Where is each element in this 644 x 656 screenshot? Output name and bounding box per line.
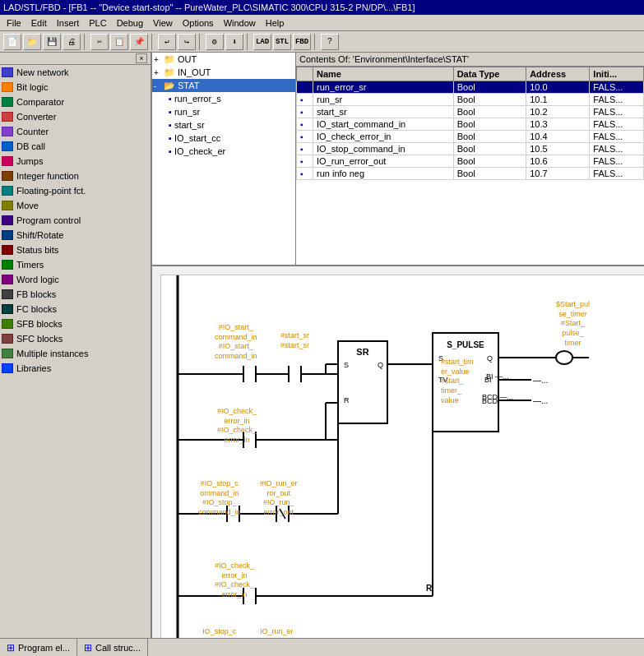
row-icon: ▪ xyxy=(297,118,313,131)
sidebar-item-counter[interactable]: Counter xyxy=(0,124,151,139)
diagram-canvas: SR S R Q S_PULSE S TV xyxy=(160,275,644,638)
menu-options[interactable]: Options xyxy=(178,16,219,30)
stl-button[interactable]: STL xyxy=(273,34,291,50)
status-call-label: Call struc... xyxy=(95,643,141,653)
table-row[interactable]: ▪ IO_run_error_out Bool 10.6 FALS... xyxy=(297,155,644,168)
top-right: + 📁 OUT + 📁 IN_OUT - 📂 STAT xyxy=(152,53,644,266)
tree-label-stat: STAT xyxy=(178,81,199,90)
expand-out[interactable]: + xyxy=(154,55,164,64)
cut-button[interactable]: ✂ xyxy=(90,34,109,50)
compile-button[interactable]: ⚙ xyxy=(206,34,224,50)
sidebar-item-floating-point[interactable]: Floating-point fct. xyxy=(0,183,151,198)
sidebar-item-timers[interactable]: Timers xyxy=(0,257,151,272)
row-icon: ▪ xyxy=(297,155,313,168)
sidebar-item-multiple-instances[interactable]: Multiple instances xyxy=(0,346,151,361)
sidebar-item-program-control[interactable]: Program control xyxy=(0,213,151,228)
sidebar-item-libraries[interactable]: Libraries xyxy=(0,361,151,376)
row-type: Bool xyxy=(453,143,526,155)
tree-item-stat[interactable]: - 📂 STAT xyxy=(152,79,295,92)
menu-file[interactable]: File xyxy=(2,16,26,30)
paste-button[interactable]: 📌 xyxy=(130,34,148,50)
diagram-panel[interactable]: SR S R Q S_PULSE S TV xyxy=(152,266,644,638)
sidebar-item-fb-blocks[interactable]: FB blocks xyxy=(0,287,151,302)
sidebar-item-comparator[interactable]: Comparator xyxy=(0,95,151,109)
row-type: Bool xyxy=(453,131,526,143)
tree-panel[interactable]: + 📁 OUT + 📁 IN_OUT - 📂 STAT xyxy=(152,53,296,265)
row-initial: FALS... xyxy=(590,94,644,106)
help-button[interactable]: ? xyxy=(321,34,339,50)
tree-item-io-check[interactable]: ▪ IO_check_er xyxy=(152,145,295,158)
svg-text:—...: —... xyxy=(533,396,548,405)
menu-help[interactable]: Help xyxy=(261,16,290,30)
open-button[interactable]: 📁 xyxy=(23,34,41,50)
status-bar: ⊞ Program el... ⊞ Call struc... xyxy=(0,638,644,656)
svg-text:Q: Q xyxy=(378,361,383,369)
table-row[interactable]: ▪ IO_stop_command_in Bool 10.5 FALS... xyxy=(297,143,644,155)
sidebar-item-word-logic[interactable]: Word logic xyxy=(0,272,151,287)
table-row[interactable]: ▪ start_sr Bool 10.2 FALS... xyxy=(297,106,644,118)
tree-item-in-out[interactable]: + 📁 IN_OUT xyxy=(152,66,295,79)
status-program-elements[interactable]: ⊞ Program el... xyxy=(0,639,77,656)
table-row[interactable]: ▪ run_error_sr Bool 10.0 FALS... xyxy=(297,81,644,94)
sidebar-item-sfc-blocks[interactable]: SFC blocks xyxy=(0,331,151,346)
sidebar-item-integer-function[interactable]: Integer function xyxy=(0,169,151,183)
content-area: × New network Bit logic Comparator Conve… xyxy=(0,53,644,638)
tree-item-run-sr[interactable]: ▪ run_sr xyxy=(152,105,295,118)
db-call-icon xyxy=(2,141,13,151)
sidebar-item-move[interactable]: Move xyxy=(0,198,151,213)
table-row[interactable]: ▪ IO_check_error_in Bool 10.4 FALS... xyxy=(297,131,644,143)
download-button[interactable]: ⬇ xyxy=(225,34,243,50)
save-button[interactable]: 💾 xyxy=(43,34,61,50)
menu-debug[interactable]: Debug xyxy=(112,16,148,30)
new-network-icon xyxy=(2,67,13,77)
new-button[interactable]: 📄 xyxy=(3,34,21,50)
menu-plc[interactable]: PLC xyxy=(84,16,111,30)
table-row[interactable]: ▪ run_sr Bool 10.1 FALS... xyxy=(297,94,644,106)
menu-window[interactable]: Window xyxy=(219,16,261,30)
call-structure-icon: ⊞ xyxy=(84,642,92,654)
svg-text:SR: SR xyxy=(356,347,368,357)
sidebar-item-sfb-blocks[interactable]: SFB blocks xyxy=(0,316,151,331)
sidebar-label-shift-rotate: Shift/Rotate xyxy=(16,230,63,240)
copy-button[interactable]: 📋 xyxy=(110,34,128,50)
sidebar-label-db-call: DB call xyxy=(16,141,45,151)
sidebar-item-bit-logic[interactable]: Bit logic xyxy=(0,80,151,95)
sidebar-label-word-logic: Word logic xyxy=(16,275,59,284)
sidebar-item-shift-rotate[interactable]: Shift/Rotate xyxy=(0,228,151,243)
sidebar-label-sfb-blocks: SFB blocks xyxy=(16,319,63,329)
col-name: Name xyxy=(313,67,454,81)
expand-stat[interactable]: - xyxy=(154,81,164,90)
tree-item-run-error[interactable]: ▪ run_error_s xyxy=(152,92,295,105)
right-panel: + 📁 OUT + 📁 IN_OUT - 📂 STAT xyxy=(152,53,644,638)
redo-button[interactable]: ↪ xyxy=(178,34,196,50)
print-button[interactable]: 🖨 xyxy=(63,34,81,50)
timers-icon xyxy=(2,260,13,270)
sidebar-close-button[interactable]: × xyxy=(136,53,147,63)
fbd-button[interactable]: FBD xyxy=(293,34,311,50)
col-type: Data Type xyxy=(453,67,526,81)
sidebar-item-new-network[interactable]: New network xyxy=(0,65,151,80)
floating-point-icon xyxy=(2,186,13,196)
menu-view[interactable]: View xyxy=(148,16,178,30)
tree-item-io-start[interactable]: ▪ IO_start_cc xyxy=(152,132,295,145)
undo-button[interactable]: ↩ xyxy=(158,34,176,50)
sidebar-label-move: Move xyxy=(16,201,39,210)
col-icon xyxy=(297,67,313,81)
sidebar-item-converter[interactable]: Converter xyxy=(0,109,151,124)
table-row[interactable]: ▪ run info neg Bool 10.7 FALS... xyxy=(297,168,644,180)
menu-insert[interactable]: Insert xyxy=(52,16,85,30)
program-elements-icon: ⊞ xyxy=(7,642,15,654)
main: × New network Bit logic Comparator Conve… xyxy=(0,53,644,656)
sidebar-item-db-call[interactable]: DB call xyxy=(0,139,151,154)
expand-in-out[interactable]: + xyxy=(154,68,164,77)
table-row[interactable]: ▪ IO_start_command_in Bool 10.3 FALS... xyxy=(297,118,644,131)
tree-label-start-sr: start_sr xyxy=(174,120,205,130)
status-call-structure[interactable]: ⊞ Call struc... xyxy=(77,639,148,656)
tree-item-out[interactable]: + 📁 OUT xyxy=(152,53,295,66)
sidebar-item-fc-blocks[interactable]: FC blocks xyxy=(0,302,151,316)
sidebar-item-jumps[interactable]: Jumps xyxy=(0,154,151,169)
tree-item-start-sr[interactable]: ▪ start_sr xyxy=(152,118,295,132)
lad-button[interactable]: LAD xyxy=(253,34,271,50)
menu-edit[interactable]: Edit xyxy=(26,16,52,30)
sidebar-item-status-bits[interactable]: Status bits xyxy=(0,243,151,257)
